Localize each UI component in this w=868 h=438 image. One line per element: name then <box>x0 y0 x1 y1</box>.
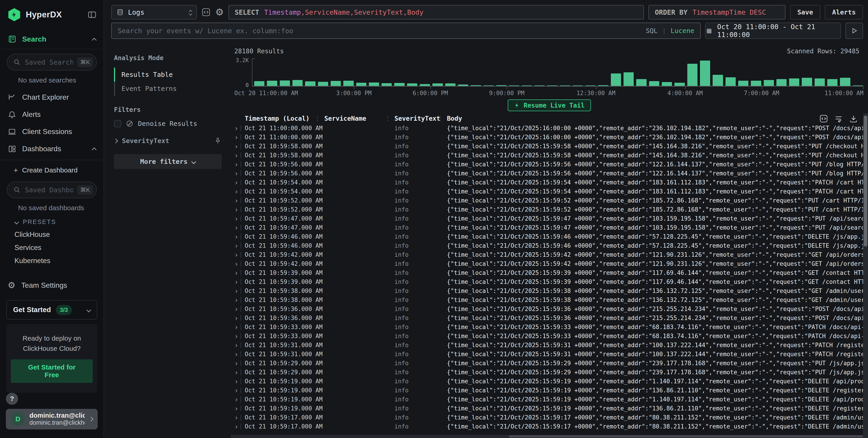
table-row[interactable]: ›Oct 21 10:59:42.000 AMinfo{"time_local"… <box>231 250 863 259</box>
table-row[interactable]: ›Oct 21 10:59:47.000 AMinfo{"time_local"… <box>231 223 863 232</box>
row-expand-icon[interactable]: › <box>234 405 241 412</box>
facet-severitytext[interactable]: SeverityText <box>114 137 222 145</box>
histogram-bar[interactable] <box>280 80 290 86</box>
mode-results-table[interactable]: Results Table <box>114 68 222 81</box>
histogram-bar[interactable] <box>445 83 456 86</box>
source-select[interactable]: Logs <box>111 5 197 20</box>
histogram-bar[interactable] <box>687 64 698 86</box>
row-expand-icon[interactable]: › <box>234 413 241 422</box>
event-search-input[interactable] <box>118 27 643 35</box>
histogram-bar[interactable] <box>802 78 812 86</box>
chevron-up-icon[interactable] <box>92 38 97 42</box>
get-started-toggle[interactable]: Get Started 3/3 <box>6 300 97 319</box>
table-row[interactable]: ›Oct 21 10:59:17.000 AMinfo{"time_local"… <box>231 422 863 431</box>
column-config-icon[interactable] <box>819 114 828 123</box>
sidebar-item-client-sessions[interactable]: Client Sessions <box>0 125 103 139</box>
histogram-bar[interactable] <box>751 81 761 86</box>
row-expand-icon[interactable]: › <box>234 188 241 196</box>
histogram-bar[interactable] <box>840 78 850 86</box>
select-columns-input[interactable]: SELECT Timestamp,ServiceName,SeverityTex… <box>228 5 644 20</box>
histogram-bar[interactable] <box>776 79 786 86</box>
histogram-bar[interactable] <box>649 81 659 86</box>
row-expand-icon[interactable]: › <box>234 269 241 277</box>
histogram-bar[interactable] <box>700 61 710 86</box>
histogram-bar[interactable] <box>267 81 277 86</box>
vertical-scrollbar-thumb[interactable] <box>864 115 867 246</box>
table-row[interactable]: ›Oct 21 10:59:39.000 AMinfo{"time_local"… <box>231 268 863 277</box>
row-expand-icon[interactable]: › <box>234 323 241 331</box>
wrap-lines-icon[interactable] <box>834 114 843 123</box>
table-row[interactable]: ›Oct 21 10:59:52.000 AMinfo{"time_local"… <box>231 205 863 214</box>
mode-event-patterns[interactable]: Event Patterns <box>114 81 222 96</box>
column-grip-icon[interactable]: ⋮ <box>384 115 391 122</box>
saved-searches-input[interactable]: ⌘K <box>7 54 97 70</box>
preset-item-clickhouse[interactable]: ClickHouse <box>0 231 103 239</box>
help-button[interactable]: ? <box>6 393 18 405</box>
histogram-bar[interactable] <box>331 81 341 86</box>
row-expand-icon[interactable]: › <box>234 296 241 304</box>
histogram-bar[interactable] <box>636 79 646 86</box>
table-row[interactable]: ›Oct 21 10:59:29.000 AMinfo{"time_local"… <box>231 359 863 368</box>
row-expand-icon[interactable]: › <box>234 197 241 205</box>
lucene-mode-toggle[interactable]: Lucene <box>671 27 694 35</box>
column-grip-icon[interactable]: ⋮ <box>314 115 321 122</box>
table-row[interactable]: ›Oct 21 10:59:38.000 AMinfo{"time_local"… <box>231 287 863 295</box>
histogram-plot[interactable] <box>252 59 864 87</box>
sidebar-item-alerts[interactable]: Alerts <box>0 107 103 122</box>
table-row[interactable]: ›Oct 21 10:59:31.000 AMinfo{"time_local"… <box>231 341 863 350</box>
row-expand-icon[interactable]: › <box>234 359 241 367</box>
create-dashboard-button[interactable]: + Create Dashboard <box>0 163 103 177</box>
histogram-bar[interactable] <box>815 78 825 86</box>
histogram-bar[interactable] <box>713 75 723 86</box>
user-menu[interactable]: D dominic.tran@clic... dominic.tran@clic… <box>6 409 98 429</box>
horizontal-scrollbar-thumb[interactable] <box>509 435 863 438</box>
table-row[interactable]: ›Oct 21 10:59:29.000 AMinfo{"time_local"… <box>231 368 863 377</box>
row-expand-icon[interactable]: › <box>234 161 241 168</box>
table-row[interactable]: ›Oct 21 10:59:58.000 AMinfo{"time_local"… <box>231 151 863 160</box>
row-expand-icon[interactable]: › <box>234 178 241 187</box>
pin-icon[interactable] <box>214 137 222 145</box>
row-expand-icon[interactable]: › <box>234 224 241 232</box>
table-row[interactable]: ›Oct 21 10:59:54.000 AMinfo{"time_local"… <box>231 187 863 196</box>
table-row[interactable]: ›Oct 21 10:59:58.000 AMinfo{"time_local"… <box>231 142 863 151</box>
table-row[interactable]: ›Oct 21 10:59:33.000 AMinfo{"time_local"… <box>231 332 863 341</box>
presets-toggle[interactable]: PRESETS <box>0 218 103 226</box>
table-row[interactable]: ›Oct 21 10:59:56.000 AMinfo{"time_local"… <box>231 169 863 178</box>
row-expand-icon[interactable]: › <box>234 368 241 376</box>
more-filters-button[interactable]: More filters <box>114 154 222 169</box>
col-severitytext[interactable]: SeverityText⋮ <box>395 115 447 122</box>
table-row[interactable]: ›Oct 21 10:59:47.000 AMinfo{"time_local"… <box>231 214 863 223</box>
row-expand-icon[interactable]: › <box>234 332 241 340</box>
run-query-button[interactable] <box>845 23 863 39</box>
collapse-sidebar-icon[interactable] <box>87 10 97 20</box>
histogram-bar[interactable] <box>827 79 837 86</box>
code-view-button[interactable] <box>201 7 211 17</box>
histogram-bar[interactable] <box>305 81 315 86</box>
table-row[interactable]: ›Oct 21 10:59:38.000 AMinfo{"time_local"… <box>231 295 863 304</box>
vertical-scrollbar[interactable] <box>863 113 868 438</box>
event-search-box[interactable]: SQL | Lucene <box>111 23 701 39</box>
row-expand-icon[interactable]: › <box>234 124 241 132</box>
row-expand-icon[interactable]: › <box>234 341 241 349</box>
table-row[interactable]: ›Oct 21 10:59:52.000 AMinfo{"time_local"… <box>231 196 863 205</box>
table-row[interactable]: ›Oct 21 10:59:46.000 AMinfo{"time_local"… <box>231 232 863 241</box>
histogram-bar[interactable] <box>292 80 303 86</box>
order-by-input[interactable]: ORDER BY TimestampTime DESC <box>648 5 785 20</box>
table-row[interactable]: ›Oct 21 10:59:36.000 AMinfo{"time_local"… <box>231 304 863 313</box>
histogram-bar[interactable] <box>611 73 621 86</box>
table-row[interactable]: ›Oct 21 10:59:42.000 AMinfo{"time_local"… <box>231 259 863 268</box>
histogram-bar[interactable] <box>764 80 774 86</box>
histogram-bar[interactable] <box>381 83 392 86</box>
row-expand-icon[interactable]: › <box>234 169 241 177</box>
table-row[interactable]: ›Oct 21 10:59:19.000 AMinfo{"time_local"… <box>231 377 863 386</box>
col-servicename[interactable]: ServiceName⋮ <box>324 115 395 122</box>
histogram-bar[interactable] <box>343 81 353 86</box>
preset-item-services[interactable]: Services <box>0 244 103 252</box>
sql-mode-toggle[interactable]: SQL <box>646 27 657 35</box>
table-row[interactable]: ›Oct 21 10:59:31.000 AMinfo{"time_local"… <box>231 350 863 359</box>
row-expand-icon[interactable]: › <box>234 242 241 250</box>
histogram-bar[interactable] <box>394 83 404 86</box>
query-settings-button[interactable]: ⚙ <box>215 7 224 17</box>
sidebar-item-search[interactable]: Search <box>0 33 103 45</box>
histogram-bar[interactable] <box>369 82 379 86</box>
